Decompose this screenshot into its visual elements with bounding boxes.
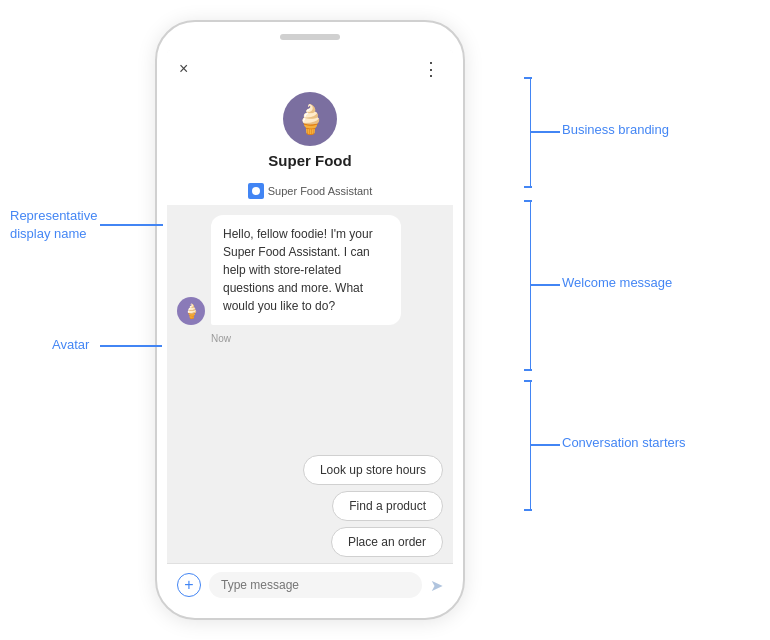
business-logo: 🍦	[283, 92, 337, 146]
business-branding-label: Business branding	[562, 122, 669, 137]
avatar-label: Avatar	[52, 337, 89, 352]
starters-top-tick	[524, 380, 532, 382]
close-icon[interactable]: ×	[179, 60, 188, 78]
starters-bottom-tick	[524, 509, 532, 511]
conversation-starters-label: Conversation starters	[562, 435, 686, 450]
input-area: + ➤	[167, 563, 453, 606]
welcome-top-tick	[524, 200, 532, 202]
logo-emoji: 🍦	[293, 103, 328, 136]
message-time: Now	[211, 333, 443, 344]
business-branding-h-line	[530, 131, 560, 133]
send-icon[interactable]: ➤	[430, 576, 443, 595]
assistant-label: Super Food Assistant	[268, 185, 373, 197]
diagram-container: × ⋮ 🍦 Super Food Super Food Assistant	[0, 0, 770, 640]
assistant-icon	[248, 183, 264, 199]
representative-display-name-line	[100, 224, 163, 226]
message-row: 🍦 Hello, fellow foodie! I'm your Super F…	[177, 215, 443, 325]
phone-mockup: × ⋮ 🍦 Super Food Super Food Assistant	[155, 20, 465, 620]
representative-display-name-label: Representativedisplay name	[10, 207, 97, 243]
chat-area: 🍦 Hello, fellow foodie! I'm your Super F…	[167, 205, 453, 449]
phone-screen: × ⋮ 🍦 Super Food Super Food Assistant	[167, 50, 453, 606]
avatar-line	[100, 345, 162, 347]
avatar: 🍦	[177, 297, 205, 325]
starters-area: Look up store hours Find a product Place…	[167, 449, 453, 563]
avatar-emoji: 🍦	[183, 303, 200, 319]
assistant-label-row: Super Food Assistant	[167, 179, 453, 205]
starter-find-product[interactable]: Find a product	[332, 491, 443, 521]
menu-icon[interactable]: ⋮	[422, 58, 441, 80]
welcome-message-label: Welcome message	[562, 275, 672, 290]
starters-h-line	[530, 444, 560, 446]
starter-place-order[interactable]: Place an order	[331, 527, 443, 557]
starter-look-up-store-hours[interactable]: Look up store hours	[303, 455, 443, 485]
screen-topbar: × ⋮	[167, 50, 453, 88]
svg-point-0	[252, 187, 260, 195]
add-icon[interactable]: +	[177, 573, 201, 597]
business-header: 🍦 Super Food	[167, 88, 453, 179]
business-branding-bottom-tick	[524, 186, 532, 188]
business-name: Super Food	[268, 152, 351, 169]
business-branding-top-tick	[524, 77, 532, 79]
phone-notch	[280, 34, 340, 40]
message-bubble: Hello, fellow foodie! I'm your Super Foo…	[211, 215, 401, 325]
message-input[interactable]	[209, 572, 422, 598]
welcome-h-line	[530, 284, 560, 286]
welcome-bottom-tick	[524, 369, 532, 371]
